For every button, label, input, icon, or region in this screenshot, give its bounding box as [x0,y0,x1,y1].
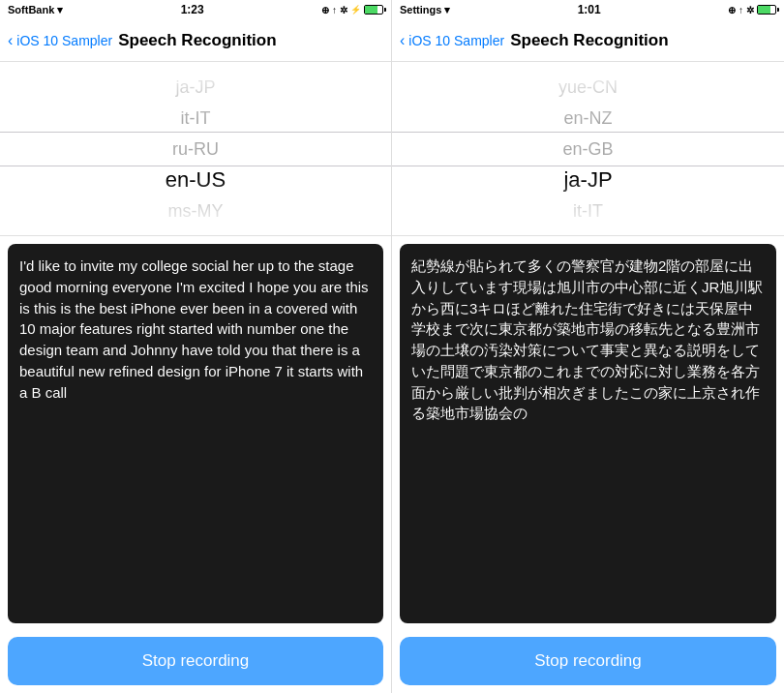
arrow-icon: ↑ [739,5,743,15]
status-bar: Settings ▾ 1:01 ⊕ ↑ ✲ [392,0,784,19]
status-bar: SoftBank ▾ 1:23 ⊕ ↑ ✲ ⚡ [0,0,391,19]
transcription-text: I'd like to invite my college social her… [19,257,369,401]
picker-item[interactable]: ja-JP [0,72,391,103]
status-bar-right: ⊕ ↑ ✲ ⚡ [321,5,383,15]
status-bar-left: Settings ▾ [400,4,450,16]
signal-wifi-icon: ▾ [57,4,63,16]
carrier-label: Settings [400,4,441,15]
picker-item[interactable]: it-IT [392,196,784,226]
bluetooth2-icon: ✲ [746,5,754,15]
nav-bar: ‹ iOS 10 Sampler Speech Recognition [392,19,784,62]
bluetooth-icon: ⊕ [728,5,736,15]
nav-bar: ‹ iOS 10 Sampler Speech Recognition [0,19,391,62]
picker-item[interactable]: ru-RU [392,226,784,236]
language-picker[interactable]: yue-CN en-NZ en-GB ja-JP it-IT ru-RU en-… [392,62,784,236]
back-label: iOS 10 Sampler [16,33,112,48]
arrow-icon: ↑ [332,5,337,15]
transcription-box: I'd like to invite my college social her… [8,244,383,623]
phone-panel-left: SoftBank ▾ 1:23 ⊕ ↑ ✲ ⚡ ‹ iOS 10 Sampler… [0,0,392,693]
transcription-text: 紀勢線が貼られて多くの警察官が建物2階の部屋に出入りしています現場は旭川市の中心… [411,257,763,421]
battery-icon [364,5,383,15]
status-bar-left: SoftBank ▾ [8,4,63,16]
page-title: Speech Recognition [510,31,668,50]
carrier-label: SoftBank [8,4,54,15]
picker-item[interactable]: ja-JP [392,165,784,196]
status-bar-right: ⊕ ↑ ✲ [728,5,776,15]
picker-item[interactable]: en-NZ [392,103,784,134]
picker-item[interactable]: ru-RU [0,134,391,165]
picker-item[interactable]: es-MX [0,226,391,236]
chevron-left-icon: ‹ [400,32,405,49]
stop-recording-label: Stop recording [534,651,642,671]
bluetooth2-icon: ✲ [340,5,347,15]
picker-items: yue-CN en-NZ en-GB ja-JP it-IT ru-RU en-… [392,62,784,236]
picker-item[interactable]: en-GB [392,134,784,165]
bluetooth-icon: ⊕ [321,5,329,15]
picker-item[interactable]: it-IT [0,103,391,134]
picker-item[interactable]: yue-CN [392,72,784,103]
language-picker[interactable]: ja-JP it-IT ru-RU en-US ms-MY es-MX hu-H… [0,62,391,236]
status-bar-time: 1:01 [578,3,601,16]
content-area: I'd like to invite my college social her… [0,236,391,631]
stop-recording-button[interactable]: Stop recording [8,637,383,685]
chevron-left-icon: ‹ [8,32,13,49]
stop-recording-label: Stop recording [142,651,250,671]
picker-items: ja-JP it-IT ru-RU en-US ms-MY es-MX hu-H… [0,62,391,236]
back-button[interactable]: ‹ iOS 10 Sampler [400,32,504,49]
signal-wifi-icon: ▾ [444,4,450,16]
page-title: Speech Recognition [118,31,276,50]
phone-panel-right: Settings ▾ 1:01 ⊕ ↑ ✲ ‹ iOS 10 Sampler S… [392,0,784,693]
picker-item[interactable]: ms-MY [0,196,391,226]
battery-icon [757,5,776,15]
stop-recording-button[interactable]: Stop recording [400,637,776,685]
status-bar-time: 1:23 [181,3,204,16]
content-area: 紀勢線が貼られて多くの警察官が建物2階の部屋に出入りしています現場は旭川市の中心… [392,236,784,631]
transcription-box: 紀勢線が貼られて多くの警察官が建物2階の部屋に出入りしています現場は旭川市の中心… [400,244,776,623]
picker-item[interactable]: en-US [0,165,391,196]
back-button[interactable]: ‹ iOS 10 Sampler [8,32,112,49]
back-label: iOS 10 Sampler [408,33,504,48]
